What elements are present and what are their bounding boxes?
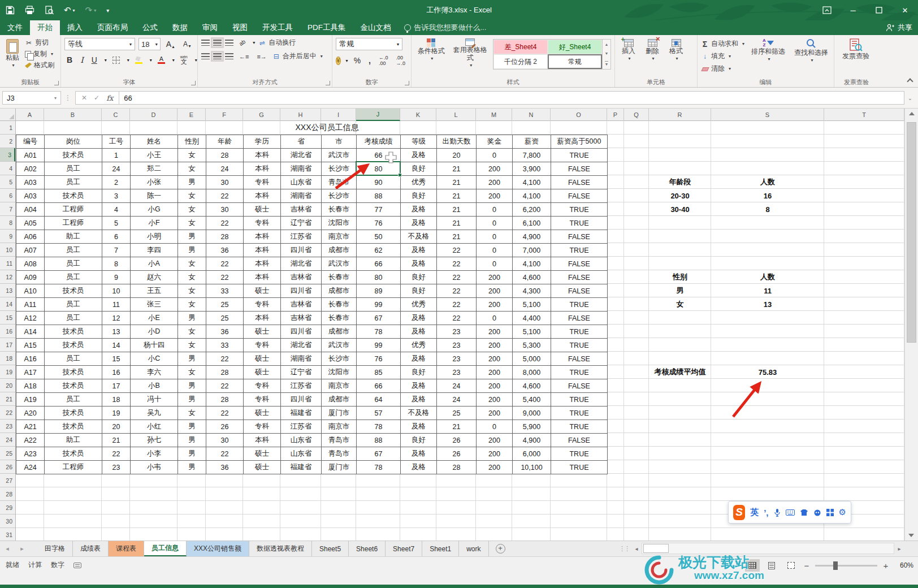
table-cell[interactable]: TRUE (551, 407, 608, 420)
table-cell[interactable]: A21 (16, 420, 45, 434)
table-cell[interactable]: A16 (16, 352, 45, 366)
table-cell[interactable]: 200 (477, 366, 513, 379)
table-cell[interactable]: TRUE (551, 325, 608, 339)
table-cell[interactable]: A17 (16, 366, 45, 379)
table-cell[interactable]: 26 (437, 447, 477, 461)
column-header-H[interactable]: H (280, 109, 321, 121)
table-cell[interactable]: FALSE (551, 379, 608, 393)
table-cell[interactable]: 200 (477, 176, 513, 189)
table-cell[interactable]: A11 (16, 298, 45, 312)
settings-icon[interactable]: ⚙ (839, 507, 846, 517)
table-cell[interactable]: 武汉市 (322, 339, 357, 352)
table-header-cell[interactable]: 出勤天数 (437, 135, 477, 149)
table-cell[interactable]: 23 (437, 352, 477, 366)
table-header-cell[interactable]: 学历 (244, 135, 281, 149)
table-cell[interactable]: 66 (357, 149, 401, 162)
sheet-tab-work[interactable]: work (459, 541, 488, 556)
increase-font-button[interactable]: A▲ (164, 39, 177, 49)
table-cell[interactable]: A10 (16, 284, 45, 298)
table-cell[interactable]: A04 (16, 203, 45, 217)
table-cell[interactable]: A02 (16, 162, 45, 176)
table-cell[interactable]: 冯十 (131, 393, 178, 407)
table-cell[interactable]: 郑二 (131, 162, 178, 176)
row-header-29[interactable]: 29 (0, 501, 15, 514)
table-cell[interactable]: 22 (437, 244, 477, 257)
table-cell[interactable]: 小E (131, 312, 178, 325)
row-header-24[interactable]: 24 (0, 433, 15, 447)
table-cell[interactable]: 成都市 (322, 244, 357, 257)
close-button[interactable]: ✕ (892, 0, 918, 20)
table-cell[interactable]: 技术员 (45, 189, 102, 203)
table-cell[interactable]: 女 (178, 325, 206, 339)
table-cell[interactable]: 男 (178, 447, 206, 461)
table-cell[interactable]: A22 (16, 434, 45, 447)
table-cell[interactable]: 22 (206, 271, 244, 284)
table-cell[interactable]: TRUE (551, 420, 608, 434)
table-cell[interactable]: 良好 (401, 284, 437, 298)
table-cell[interactable]: 不及格 (401, 407, 437, 420)
table-cell[interactable]: 本科 (244, 230, 281, 244)
table-cell[interactable]: 200 (477, 379, 513, 393)
table-cell[interactable]: 76 (357, 352, 401, 366)
table-cell[interactable]: 24 (437, 393, 477, 407)
table-header-cell[interactable]: 市 (322, 135, 357, 149)
table-cell[interactable]: A03 (16, 176, 45, 189)
table-cell[interactable]: 小G (131, 203, 178, 217)
menu-tab-1[interactable]: 开始 (30, 20, 60, 35)
table-cell[interactable]: 湖南省 (281, 162, 322, 176)
table-cell[interactable]: 男 (178, 393, 206, 407)
table-cell[interactable]: 及格 (401, 203, 437, 217)
table-cell[interactable]: 5,300 (513, 339, 551, 352)
table-cell[interactable]: TRUE (551, 339, 608, 352)
table-cell[interactable]: 及格 (401, 393, 437, 407)
sheet-tab-Sheet7[interactable]: Sheet7 (386, 541, 422, 556)
table-cell[interactable]: 4 (102, 203, 131, 217)
table-cell[interactable]: 50 (357, 230, 401, 244)
table-cell[interactable]: 沈阳市 (322, 366, 357, 379)
column-header-Q[interactable]: Q (624, 109, 649, 121)
summary-age-row[interactable]: 20-30 (649, 189, 711, 202)
table-cell[interactable]: 21 (437, 162, 477, 176)
table-cell[interactable]: 山东省 (281, 176, 322, 189)
table-cell[interactable]: 22 (437, 257, 477, 271)
table-cell[interactable]: 南京市 (322, 420, 357, 434)
table-cell[interactable]: 200 (477, 189, 513, 203)
copy-button[interactable]: 复制▾ (25, 49, 54, 59)
table-cell[interactable]: 57 (357, 407, 401, 420)
table-cell[interactable]: 20 (102, 420, 131, 434)
column-header-P[interactable]: P (607, 109, 624, 121)
confirm-entry-button[interactable]: ✓ (94, 94, 99, 102)
column-header-K[interactable]: K (400, 109, 436, 121)
table-cell[interactable]: 男 (178, 230, 206, 244)
table-cell[interactable]: 5,400 (513, 393, 551, 407)
table-cell[interactable]: 0 (477, 312, 513, 325)
row-header-7[interactable]: 7 (0, 202, 15, 216)
table-cell[interactable]: 6 (102, 230, 131, 244)
column-header-N[interactable]: N (512, 109, 551, 121)
table-cell[interactable]: FALSE (551, 230, 608, 244)
table-cell[interactable]: 湖北省 (281, 339, 322, 352)
sheet-tab-成绩表[interactable]: 成绩表 (73, 541, 109, 556)
scroll-down-arrow[interactable] (908, 534, 914, 537)
table-cell[interactable]: 33 (206, 284, 244, 298)
table-cell[interactable]: 4,100 (513, 257, 551, 271)
table-cell[interactable]: 小红 (131, 420, 178, 434)
summary-age-header[interactable]: 年龄段 (649, 175, 711, 189)
table-cell[interactable]: TRUE (551, 366, 608, 379)
table-cell[interactable]: 0 (477, 244, 513, 257)
table-cell[interactable]: 员工 (45, 257, 102, 271)
table-cell[interactable]: A20 (16, 407, 45, 420)
table-header-cell[interactable]: 奖金 (477, 135, 513, 149)
underline-button[interactable]: U (89, 55, 99, 65)
table-cell[interactable]: 21 (437, 230, 477, 244)
cell-style-差_Sheet4[interactable]: 差_Sheet4 (493, 40, 548, 54)
table-cell[interactable]: 24 (437, 379, 477, 393)
column-header-I[interactable]: I (321, 109, 356, 121)
table-cell[interactable]: 技术员 (45, 284, 102, 298)
minimize-button[interactable]: ─ (840, 0, 866, 20)
table-cell[interactable]: 小B (131, 379, 178, 393)
skin-icon[interactable] (800, 509, 808, 516)
table-cell[interactable]: 青岛市 (322, 447, 357, 461)
table-cell[interactable]: 技术员 (45, 366, 102, 379)
table-cell[interactable]: 26 (437, 434, 477, 447)
